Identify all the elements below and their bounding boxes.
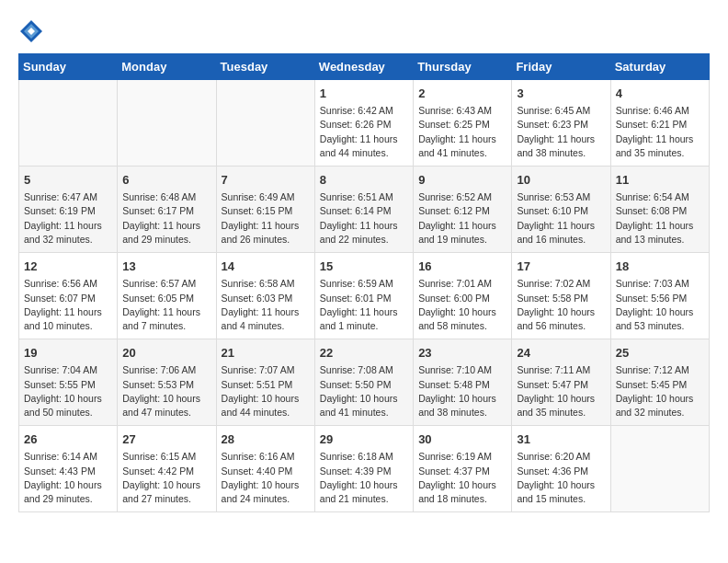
day-number: 7 — [222, 172, 310, 189]
day-info: Sunrise: 6:43 AM Sunset: 6:25 PM Dayligh… — [418, 104, 506, 160]
calendar-cell-5-1: 26Sunrise: 6:14 AM Sunset: 4:43 PM Dayli… — [19, 426, 118, 512]
logo — [18, 18, 48, 44]
day-number: 12 — [24, 259, 112, 275]
day-number: 15 — [320, 259, 408, 275]
calendar-cell-1-1 — [19, 80, 118, 167]
day-number: 29 — [320, 431, 408, 448]
day-number: 4 — [616, 86, 704, 102]
day-number: 8 — [320, 172, 408, 189]
day-info: Sunrise: 6:46 AM Sunset: 6:21 PM Dayligh… — [616, 104, 704, 160]
logo-icon — [18, 18, 44, 44]
day-number: 27 — [122, 431, 210, 448]
calendar-cell-2-1: 5Sunrise: 6:47 AM Sunset: 6:19 PM Daylig… — [19, 167, 118, 253]
calendar-cell-3-1: 12Sunrise: 6:56 AM Sunset: 6:07 PM Dayli… — [19, 253, 118, 339]
calendar-cell-5-3: 28Sunrise: 6:16 AM Sunset: 4:40 PM Dayli… — [216, 426, 314, 512]
weekday-header-monday: Monday — [118, 54, 216, 80]
calendar-cell-1-3 — [216, 80, 314, 167]
calendar-week-2: 5Sunrise: 6:47 AM Sunset: 6:19 PM Daylig… — [19, 167, 710, 253]
day-info: Sunrise: 6:15 AM Sunset: 4:42 PM Dayligh… — [122, 450, 210, 506]
calendar-cell-5-6: 31Sunrise: 6:20 AM Sunset: 4:36 PM Dayli… — [512, 426, 610, 512]
day-info: Sunrise: 6:51 AM Sunset: 6:14 PM Dayligh… — [320, 190, 408, 247]
calendar-cell-2-7: 11Sunrise: 6:54 AM Sunset: 6:08 PM Dayli… — [610, 167, 709, 253]
calendar-cell-2-2: 6Sunrise: 6:48 AM Sunset: 6:17 PM Daylig… — [118, 167, 216, 253]
calendar-week-3: 12Sunrise: 6:56 AM Sunset: 6:07 PM Dayli… — [19, 253, 710, 339]
calendar-cell-5-5: 30Sunrise: 6:19 AM Sunset: 4:37 PM Dayli… — [414, 426, 512, 512]
calendar-cell-1-4: 1Sunrise: 6:42 AM Sunset: 6:26 PM Daylig… — [314, 80, 413, 167]
day-info: Sunrise: 6:14 AM Sunset: 4:43 PM Dayligh… — [24, 450, 112, 506]
weekday-header-friday: Friday — [512, 54, 610, 80]
calendar-cell-5-4: 29Sunrise: 6:18 AM Sunset: 4:39 PM Dayli… — [314, 426, 413, 512]
day-info: Sunrise: 7:08 AM Sunset: 5:50 PM Dayligh… — [320, 363, 408, 419]
day-info: Sunrise: 6:42 AM Sunset: 6:26 PM Dayligh… — [320, 104, 408, 160]
weekday-header-row: SundayMondayTuesdayWednesdayThursdayFrid… — [19, 54, 710, 80]
calendar-cell-1-2 — [118, 80, 216, 167]
day-info: Sunrise: 6:53 AM Sunset: 6:10 PM Dayligh… — [517, 190, 605, 247]
day-number: 1 — [320, 86, 408, 102]
weekday-header-wednesday: Wednesday — [314, 54, 413, 80]
calendar-cell-4-3: 21Sunrise: 7:07 AM Sunset: 5:51 PM Dayli… — [216, 339, 314, 426]
weekday-header-saturday: Saturday — [610, 54, 709, 80]
day-info: Sunrise: 7:01 AM Sunset: 6:00 PM Dayligh… — [418, 277, 506, 333]
day-info: Sunrise: 6:52 AM Sunset: 6:12 PM Dayligh… — [418, 190, 506, 247]
day-info: Sunrise: 6:20 AM Sunset: 4:36 PM Dayligh… — [517, 450, 605, 506]
day-number: 2 — [418, 86, 506, 102]
calendar-cell-4-5: 23Sunrise: 7:10 AM Sunset: 5:48 PM Dayli… — [414, 339, 512, 426]
day-info: Sunrise: 6:16 AM Sunset: 4:40 PM Dayligh… — [222, 450, 310, 506]
day-number: 24 — [517, 345, 605, 362]
weekday-header-thursday: Thursday — [414, 54, 512, 80]
calendar-cell-4-6: 24Sunrise: 7:11 AM Sunset: 5:47 PM Dayli… — [512, 339, 610, 426]
day-number: 14 — [222, 259, 310, 275]
calendar-cell-4-1: 19Sunrise: 7:04 AM Sunset: 5:55 PM Dayli… — [19, 339, 118, 426]
day-info: Sunrise: 6:58 AM Sunset: 6:03 PM Dayligh… — [222, 277, 310, 333]
weekday-header-sunday: Sunday — [19, 54, 118, 80]
calendar-week-5: 26Sunrise: 6:14 AM Sunset: 4:43 PM Dayli… — [19, 426, 710, 512]
calendar-cell-4-4: 22Sunrise: 7:08 AM Sunset: 5:50 PM Dayli… — [314, 339, 413, 426]
calendar-cell-3-3: 14Sunrise: 6:58 AM Sunset: 6:03 PM Dayli… — [216, 253, 314, 339]
day-info: Sunrise: 6:19 AM Sunset: 4:37 PM Dayligh… — [418, 450, 506, 506]
day-info: Sunrise: 6:47 AM Sunset: 6:19 PM Dayligh… — [24, 190, 112, 247]
day-info: Sunrise: 6:45 AM Sunset: 6:23 PM Dayligh… — [517, 104, 605, 160]
day-info: Sunrise: 7:02 AM Sunset: 5:58 PM Dayligh… — [517, 277, 605, 333]
day-number: 25 — [616, 345, 704, 362]
calendar-cell-3-7: 18Sunrise: 7:03 AM Sunset: 5:56 PM Dayli… — [610, 253, 709, 339]
calendar-week-4: 19Sunrise: 7:04 AM Sunset: 5:55 PM Dayli… — [19, 339, 710, 426]
calendar-table: SundayMondayTuesdayWednesdayThursdayFrid… — [18, 53, 710, 512]
day-info: Sunrise: 6:18 AM Sunset: 4:39 PM Dayligh… — [320, 450, 408, 506]
calendar-cell-3-4: 15Sunrise: 6:59 AM Sunset: 6:01 PM Dayli… — [314, 253, 413, 339]
day-info: Sunrise: 6:54 AM Sunset: 6:08 PM Dayligh… — [616, 190, 704, 247]
calendar-cell-3-6: 17Sunrise: 7:02 AM Sunset: 5:58 PM Dayli… — [512, 253, 610, 339]
day-info: Sunrise: 7:03 AM Sunset: 5:56 PM Dayligh… — [616, 277, 704, 333]
calendar-cell-3-5: 16Sunrise: 7:01 AM Sunset: 6:00 PM Dayli… — [414, 253, 512, 339]
day-number: 11 — [616, 172, 704, 189]
day-info: Sunrise: 7:11 AM Sunset: 5:47 PM Dayligh… — [517, 363, 605, 419]
day-number: 20 — [122, 345, 210, 362]
day-info: Sunrise: 7:04 AM Sunset: 5:55 PM Dayligh… — [24, 363, 112, 419]
day-number: 6 — [122, 172, 210, 189]
calendar-cell-4-2: 20Sunrise: 7:06 AM Sunset: 5:53 PM Dayli… — [118, 339, 216, 426]
day-number: 23 — [418, 345, 506, 362]
day-number: 5 — [24, 172, 112, 189]
day-info: Sunrise: 6:59 AM Sunset: 6:01 PM Dayligh… — [320, 277, 408, 333]
day-number: 3 — [517, 86, 605, 102]
calendar-cell-3-2: 13Sunrise: 6:57 AM Sunset: 6:05 PM Dayli… — [118, 253, 216, 339]
day-number: 10 — [517, 172, 605, 189]
day-number: 13 — [122, 259, 210, 275]
day-info: Sunrise: 7:06 AM Sunset: 5:53 PM Dayligh… — [122, 363, 210, 419]
calendar-cell-2-6: 10Sunrise: 6:53 AM Sunset: 6:10 PM Dayli… — [512, 167, 610, 253]
day-number: 9 — [418, 172, 506, 189]
page-header — [18, 18, 710, 44]
calendar-cell-5-7 — [610, 426, 709, 512]
calendar-cell-1-7: 4Sunrise: 6:46 AM Sunset: 6:21 PM Daylig… — [610, 80, 709, 167]
calendar-cell-5-2: 27Sunrise: 6:15 AM Sunset: 4:42 PM Dayli… — [118, 426, 216, 512]
day-number: 28 — [222, 431, 310, 448]
day-info: Sunrise: 6:56 AM Sunset: 6:07 PM Dayligh… — [24, 277, 112, 333]
calendar-cell-2-4: 8Sunrise: 6:51 AM Sunset: 6:14 PM Daylig… — [314, 167, 413, 253]
calendar-cell-2-5: 9Sunrise: 6:52 AM Sunset: 6:12 PM Daylig… — [414, 167, 512, 253]
day-number: 19 — [24, 345, 112, 362]
day-number: 26 — [24, 431, 112, 448]
day-info: Sunrise: 6:49 AM Sunset: 6:15 PM Dayligh… — [222, 190, 310, 247]
day-info: Sunrise: 7:07 AM Sunset: 5:51 PM Dayligh… — [222, 363, 310, 419]
day-number: 31 — [517, 431, 605, 448]
calendar-cell-1-5: 2Sunrise: 6:43 AM Sunset: 6:25 PM Daylig… — [414, 80, 512, 167]
day-number: 18 — [616, 259, 704, 275]
